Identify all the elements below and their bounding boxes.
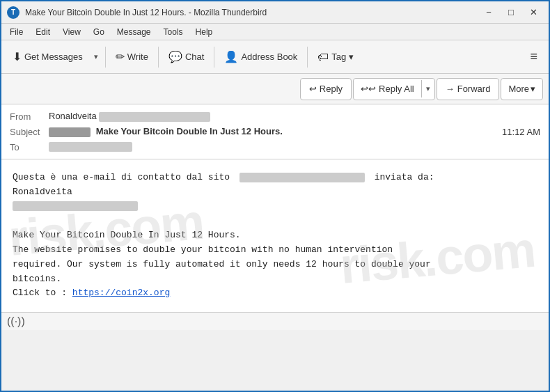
reply-all-icon: ↩↩ xyxy=(361,84,376,94)
status-bar: ((·)) xyxy=(1,312,549,330)
address-book-icon: 👤 xyxy=(224,50,238,63)
body-line-9: Click to : https://coin2x.org xyxy=(13,286,537,301)
body-line-1: Questa è una e-mail di contatto dal sito… xyxy=(13,171,537,185)
address-book-label: Address Book xyxy=(241,52,297,62)
get-messages-button[interactable]: ⬇ Get Messages xyxy=(7,45,88,70)
maximize-button[interactable]: □ xyxy=(501,5,521,20)
menu-help[interactable]: Help xyxy=(190,26,219,38)
from-name: Ronaldveita xyxy=(49,111,97,121)
minimize-button[interactable]: − xyxy=(479,5,498,20)
email-body: Questa è una e-mail di contatto dal sito… xyxy=(1,159,549,312)
tag-button[interactable]: 🏷 Tag ▾ xyxy=(312,45,359,70)
from-value: Ronaldveita xyxy=(49,111,540,122)
to-row: To xyxy=(10,139,540,155)
chat-label: Chat xyxy=(185,52,204,62)
menu-tools[interactable]: Tools xyxy=(158,26,189,38)
address-book-button[interactable]: 👤 Address Book xyxy=(219,45,303,70)
body-line-7: required. Our system is fully automated … xyxy=(13,258,537,272)
menu-bar: File Edit View Go Message Tools Help xyxy=(1,24,549,40)
email-time: 11:12 AM xyxy=(502,127,540,137)
body-line-2: Ronaldveita xyxy=(13,185,537,200)
more-button[interactable]: More ▾ xyxy=(501,78,543,100)
body-blurred-3 xyxy=(13,201,138,211)
title-bar: T Make Your Bitcoin Double In Just 12 Ho… xyxy=(1,1,549,24)
to-label: To xyxy=(10,142,49,152)
tag-label: Tag xyxy=(331,52,346,62)
menu-file[interactable]: File xyxy=(4,26,29,38)
bitcoin-link[interactable]: https://coin2x.org xyxy=(72,288,170,298)
menu-message[interactable]: Message xyxy=(111,26,157,38)
body-line-6: The website promises to double your bitc… xyxy=(13,243,537,258)
forward-button[interactable]: → Forward xyxy=(437,78,500,100)
subject-row: Subject Make Your Bitcoin Double In Just… xyxy=(10,124,540,139)
window-controls: − □ ✕ xyxy=(479,5,543,20)
get-messages-dropdown[interactable]: ▾ xyxy=(91,45,101,70)
connection-status-icon: ((·)) xyxy=(7,315,25,328)
reply-all-button[interactable]: ↩↩ Reply All xyxy=(354,80,422,97)
window-title: Make Your Bitcoin Double In Just 12 Hour… xyxy=(25,8,479,17)
menu-edit[interactable]: Edit xyxy=(30,26,56,38)
write-button[interactable]: ✏ Write xyxy=(110,45,154,70)
more-label: More xyxy=(508,84,529,94)
write-icon: ✏ xyxy=(116,50,125,63)
get-messages-icon: ⬇ xyxy=(13,50,22,63)
to-address-blurred xyxy=(49,142,132,152)
subject-text: Make Your Bitcoin Double In Just 12 Hour… xyxy=(96,126,283,136)
email-headers: From Ronaldveita Subject Make Your Bitco… xyxy=(1,104,549,159)
menu-view[interactable]: View xyxy=(57,26,86,38)
hamburger-menu-button[interactable]: ≡ xyxy=(524,45,543,70)
subject-prefix-blurred xyxy=(49,127,91,137)
tag-dropdown-arrow: ▾ xyxy=(349,52,354,62)
action-bar: ↩ Reply ↩↩ Reply All ▾ → Forward More ▾ xyxy=(1,74,549,104)
body-blurred-site xyxy=(239,173,365,182)
body-line-5: Make Your Bitcoin Double In Just 12 Hour… xyxy=(13,228,537,243)
reply-icon: ↩ xyxy=(309,84,317,94)
forward-label: Forward xyxy=(457,84,491,94)
toolbar-divider-4 xyxy=(307,47,308,68)
more-dropdown-icon: ▾ xyxy=(531,84,535,94)
from-row: From Ronaldveita xyxy=(10,109,540,124)
subject-label: Subject xyxy=(10,127,49,137)
from-email-blurred xyxy=(99,112,210,122)
menu-go[interactable]: Go xyxy=(88,26,110,38)
reply-label: Reply xyxy=(320,84,343,94)
tag-icon: 🏷 xyxy=(317,51,329,63)
app-icon: T xyxy=(7,6,19,19)
toolbar-divider-2 xyxy=(158,47,159,68)
toolbar-divider-3 xyxy=(214,47,214,68)
write-label: Write xyxy=(127,52,148,62)
reply-all-label: Reply All xyxy=(379,84,414,94)
get-messages-label: Get Messages xyxy=(24,52,83,62)
chat-icon: 💬 xyxy=(168,50,182,63)
from-label: From xyxy=(10,111,49,122)
main-toolbar: ⬇ Get Messages ▾ ✏ Write 💬 Chat 👤 Addres… xyxy=(1,40,549,74)
reply-button[interactable]: ↩ Reply xyxy=(300,78,352,100)
forward-icon: → xyxy=(446,84,455,94)
body-line-3 xyxy=(13,200,537,214)
toolbar-divider-1 xyxy=(105,47,106,68)
subject-value: Make Your Bitcoin Double In Just 12 Hour… xyxy=(49,126,502,137)
reply-all-dropdown[interactable]: ▾ xyxy=(422,81,434,97)
close-button[interactable]: ✕ xyxy=(524,5,543,20)
body-line-8: bitcoins. xyxy=(13,272,537,287)
reply-all-split-button: ↩↩ Reply All ▾ xyxy=(353,78,435,100)
chat-button[interactable]: 💬 Chat xyxy=(163,45,210,70)
